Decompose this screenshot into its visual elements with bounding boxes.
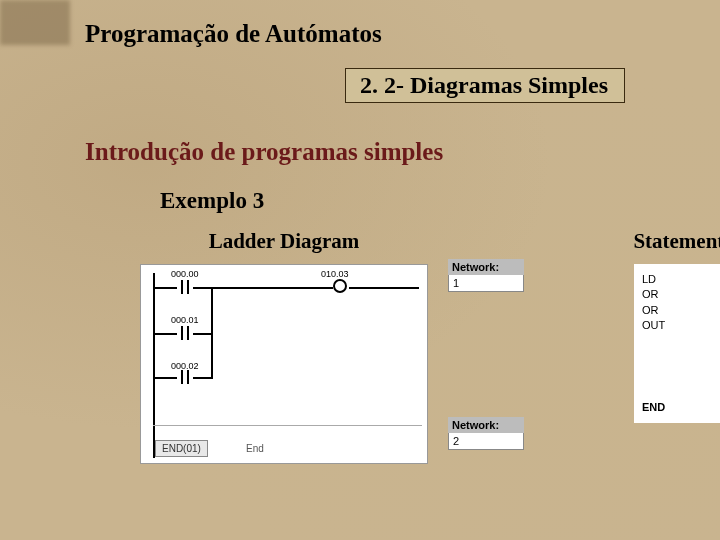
coil-label: 010.03 xyxy=(321,269,349,279)
stmt-op: OR xyxy=(642,287,677,302)
ladder-column: Ladder Diagram 000.00 010.03 000.01 xyxy=(140,229,428,540)
wire xyxy=(349,287,419,289)
network-value: 2 xyxy=(448,433,524,450)
stmt-end: END xyxy=(642,400,720,415)
network-column: Network: 1 Network: 2 xyxy=(448,229,524,540)
contact-icon xyxy=(177,370,193,384)
wire xyxy=(155,333,177,335)
wire xyxy=(193,333,213,335)
subtitle: Introdução de programas simples xyxy=(85,138,680,166)
statement-list-box: LD 000.00 OR 000.01 OR 000.02 OUT 010.03… xyxy=(634,264,720,423)
stmt-row: OUT 010.03 xyxy=(642,318,720,333)
stmt-op: OUT xyxy=(642,318,677,333)
page-title: Programação de Autómatos xyxy=(85,20,680,48)
contact-icon xyxy=(177,326,193,340)
stmt-op: OR xyxy=(642,303,677,318)
example-label: Exemplo 3 xyxy=(160,188,680,214)
wire xyxy=(155,287,177,289)
network-widget-2: Network: 2 xyxy=(448,417,524,450)
two-column-layout: Ladder Diagram 000.00 010.03 000.01 xyxy=(140,229,680,540)
coil-icon xyxy=(333,279,347,293)
network-widget-1: Network: 1 xyxy=(448,259,524,292)
contact-icon xyxy=(177,280,193,294)
network-label: Network: xyxy=(448,417,524,433)
statement-list-column: Statement List LD 000.00 OR 000.01 OR 00… xyxy=(614,229,720,540)
statement-list-heading: Statement List xyxy=(614,229,720,254)
wire xyxy=(155,377,177,379)
ladder-heading: Ladder Diagram xyxy=(140,229,428,254)
stmt-op: LD xyxy=(642,272,677,287)
end-instruction-box: END(01) xyxy=(155,440,208,457)
contact-label: 000.01 xyxy=(171,315,199,325)
ladder-diagram: 000.00 010.03 000.01 000.02 xyxy=(140,264,428,464)
wire xyxy=(193,377,213,379)
network-value: 1 xyxy=(448,275,524,292)
stmt-row: LD 000.00 xyxy=(642,272,720,287)
stmt-row: OR 000.01 xyxy=(642,287,720,302)
end-label: End xyxy=(246,443,264,454)
wire xyxy=(193,287,333,289)
wire xyxy=(211,287,213,377)
section-heading-box: 2. 2- Diagramas Simples xyxy=(345,68,625,103)
ladder-left-rail xyxy=(153,273,155,458)
contact-label: 000.00 xyxy=(171,269,199,279)
spacer xyxy=(642,334,720,394)
stmt-row: OR 000.02 xyxy=(642,303,720,318)
slide-content: Programação de Autómatos 2. 2- Diagramas… xyxy=(0,0,720,540)
network-label: Network: xyxy=(448,259,524,275)
separator xyxy=(153,425,422,426)
corner-shadow xyxy=(0,0,70,45)
